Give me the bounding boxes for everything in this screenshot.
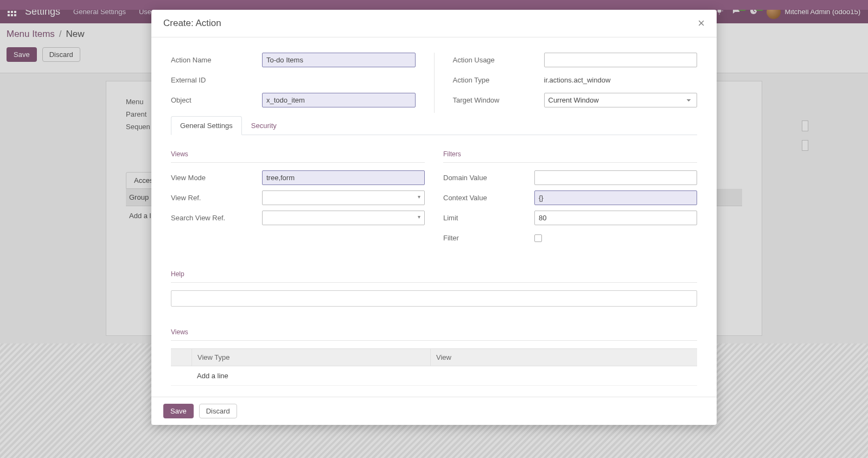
views-add-line[interactable]: Add a line [171,366,697,386]
views-table: View Type View Add a line [171,348,697,386]
modal-create-action: Create: Action × Action Name External ID [151,10,717,425]
input-limit[interactable] [534,211,697,225]
filters-col: Filters Domain Value Context Value Limit [443,145,697,251]
tab-content-cols: Views View Mode View Ref. ▾ Search View … [171,135,697,251]
section-views: Views [171,145,425,158]
label-view-ref: View Ref. [171,194,262,202]
label-filter: Filter [443,234,534,242]
input-context-value[interactable] [534,190,697,205]
label-limit: Limit [443,214,534,222]
modal-footer: Save Discard [151,397,717,425]
checkbox-filter[interactable] [534,234,542,242]
modal-close-button[interactable]: × [698,17,705,29]
col-view-type: View Type [192,349,430,366]
label-object: Object [171,96,262,104]
close-icon: × [698,16,705,30]
label-action-name: Action Name [171,56,262,64]
tab-general-settings[interactable]: General Settings [171,116,242,135]
top-left-col: Action Name External ID Object [171,53,416,113]
input-action-name[interactable] [262,53,416,67]
input-search-view-ref[interactable] [262,211,425,225]
label-action-type: Action Type [453,76,544,84]
select-target-window[interactable]: Current Window [544,93,698,107]
views-table-head: View Type View [171,348,697,366]
top-form-cols: Action Name External ID Object A [171,53,697,113]
label-search-view-ref: Search View Ref. [171,214,262,222]
vertical-divider [434,53,435,113]
tab-security[interactable]: Security [242,116,286,135]
input-view-mode[interactable] [262,170,425,185]
input-object[interactable] [262,93,416,107]
modal-tabs: General Settings Security [171,116,697,135]
views-col: Views View Mode View Ref. ▾ Search View … [171,145,425,251]
help-textarea[interactable] [171,290,697,307]
modal-discard-button[interactable]: Discard [199,404,237,418]
top-right-col: Action Usage Action Type ir.actions.act_… [453,53,698,113]
modal-backdrop: Create: Action × Action Name External ID [0,0,868,458]
input-action-usage[interactable] [544,53,698,67]
col-view: View [430,349,680,366]
section-help: Help [171,265,697,278]
label-domain-value: Domain Value [443,174,534,182]
label-external-id: External ID [171,76,262,84]
modal-save-button[interactable]: Save [163,404,194,418]
value-action-type: ir.actions.act_window [544,76,611,84]
section-views-2: Views [171,323,697,336]
input-domain-value[interactable] [534,170,697,185]
modal-header: Create: Action × [151,10,717,37]
label-action-usage: Action Usage [453,56,544,64]
input-view-ref[interactable] [262,190,425,205]
modal-title: Create: Action [163,18,221,29]
section-filters: Filters [443,145,697,158]
label-view-mode: View Mode [171,174,262,182]
label-context-value: Context Value [443,194,534,202]
modal-body: Action Name External ID Object A [151,37,717,397]
label-target-window: Target Window [453,96,544,104]
